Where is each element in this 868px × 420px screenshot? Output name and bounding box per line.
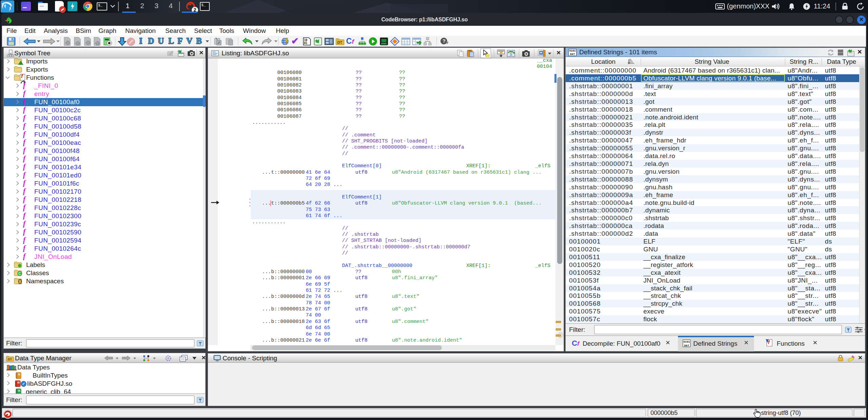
svg-text:10: 10: [304, 39, 307, 42]
svg-text:DT: DT: [8, 358, 12, 361]
svg-text:?: ?: [442, 38, 446, 44]
svg-text:DT: DT: [337, 40, 342, 44]
svg-text:01: 01: [304, 42, 307, 45]
